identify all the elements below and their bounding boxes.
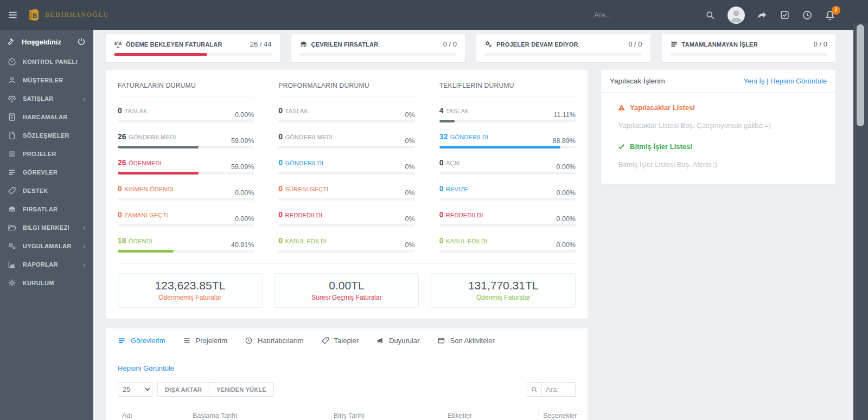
stat-card-tamamlanmayan-isler[interactable]: TAMAMLANMAYAN İŞLER 0 / 0 <box>662 34 836 62</box>
check-square-icon[interactable] <box>780 10 790 20</box>
view-all-tasks-link[interactable]: Hepsini Görüntüle <box>770 77 827 85</box>
sidebar-item-raporlar[interactable]: RAPORLAR ‹ <box>0 255 93 274</box>
hamburger-menu-icon[interactable] <box>0 10 25 20</box>
sidebar-item-bilgi-merkezi[interactable]: BILGI MERKEZI ‹ <box>0 218 93 237</box>
column-title: TEKLIFLERIN DURUMU <box>439 79 576 96</box>
check-icon <box>617 143 626 151</box>
expenses-document-icon <box>8 113 17 121</box>
export-button[interactable]: DIŞA AKTAR <box>157 382 209 397</box>
column-header-adi[interactable]: Adı <box>118 405 188 420</box>
logout-power-icon[interactable] <box>77 37 86 46</box>
clock-icon[interactable] <box>802 10 813 21</box>
todo-section-pending: Yapılacaklar Listesi <box>617 104 826 112</box>
tab-projelerim[interactable]: Projelerim <box>182 328 229 353</box>
brand-name: BEDİRHANOĞLU <box>45 11 109 19</box>
divider <box>118 263 576 264</box>
sidebar-item-projeler[interactable]: PROJELER <box>0 145 93 163</box>
sidebar-item-firsatlar[interactable]: FIRSATLAR <box>0 200 93 218</box>
status-row: 0 TASLAK0% <box>278 106 414 122</box>
column-header-secenekler[interactable]: Seçenekler <box>539 405 582 420</box>
status-row: 0 KISMEN ÖDENDI0.00% <box>118 184 254 201</box>
todo-section-done: Bitmiş İşler Listesi <box>617 143 826 151</box>
reload-button[interactable]: YENIDEN YÜKLE <box>209 382 274 397</box>
status-row: 0 SÜRESI GEÇTI0% <box>278 184 414 201</box>
tab-duyurular[interactable]: Duyurular <box>375 328 420 353</box>
knowledge-folder-icon <box>8 223 17 232</box>
sidebar-item-satislar[interactable]: SATIŞLAR ‹ <box>0 89 93 108</box>
global-search-input[interactable] <box>594 11 697 19</box>
status-row: 0 GÖNDERILDI0% <box>278 158 414 175</box>
svg-text:B: B <box>32 11 37 20</box>
stat-card-projeler-devam-ediyor[interactable]: PROJELER DEVAM EDIYOR 0 / 0 <box>476 34 650 62</box>
sidebar-item-uygulamalar[interactable]: UYGULAMALAR ‹ <box>0 237 93 255</box>
status-board-card: FATURALARIN DURUMU 0 TASLAK0.00% 26 GÖND… <box>106 70 588 319</box>
contracts-file-icon <box>8 131 17 140</box>
new-task-link[interactable]: Yeni İş <box>744 77 765 85</box>
tab-gorevlerim[interactable]: Görevlerim <box>117 328 167 353</box>
status-row: 0 GÖNDERILMEDI0% <box>278 132 414 148</box>
topbar-icons: 7 <box>705 7 835 24</box>
column-header-bitis-tarihi[interactable]: Bitiş Tarihi <box>329 405 443 420</box>
stat-value: 0 / 0 <box>814 40 827 48</box>
column-tekliflerin-durumu: TEKLIFLERIN DURUMU 4 TASLAK11.11% 32 GÖN… <box>439 79 576 253</box>
sidebar-item-kontrol-paneli[interactable]: KONTROL PANELI <box>0 53 93 71</box>
sidebar-item-kurulum[interactable]: KURULUM <box>0 274 93 292</box>
todo-title: Yapılacak İşlerim <box>610 77 665 85</box>
tabs-bar: Görevlerim Projelerim Hatırlatıcılarım T… <box>106 328 588 353</box>
status-row: 0 REVIZE0.00% <box>439 184 576 201</box>
table-controls: 25 DIŞA AKTARYENIDEN YÜKLE <box>118 382 576 397</box>
tab-hatirlaticilarim[interactable]: Hatırlatıcılarım <box>244 328 305 353</box>
clock-icon <box>245 337 253 345</box>
status-row: 0 TASLAK0.00% <box>118 106 254 122</box>
apps-gears-icon <box>8 242 17 250</box>
search-icon[interactable] <box>705 10 716 21</box>
table-search-input[interactable] <box>542 382 576 397</box>
tab-son-aktiviteler[interactable]: Son Aktiviteler <box>436 328 496 353</box>
tab-talepler[interactable]: Talepler <box>320 328 360 353</box>
setup-gear-icon <box>8 279 17 287</box>
opportunities-dome-icon <box>299 40 308 48</box>
welcome-label: Hoşgeldiniz <box>22 38 77 46</box>
summary-odenmemis-faturalar: 123,623.85TL Ödenmemiş Faturalar <box>118 273 263 308</box>
ticket-icon <box>321 337 329 345</box>
view-all-link[interactable]: Hepsini Görüntüle <box>118 364 174 372</box>
sidebar-item-harcamalar[interactable]: HARCAMALAR <box>0 108 93 126</box>
status-row: 0 ZAMANI GEÇTI0.00% <box>118 210 254 227</box>
todo-pending-empty-text: Yapılacaklar Listesi Boş. Çalışmıyorsun … <box>618 121 826 130</box>
brand-logo[interactable]: B BEDİRHANOĞLU <box>27 8 109 22</box>
progress-bar <box>299 53 457 56</box>
search-icon[interactable] <box>527 382 542 397</box>
column-header-etiketler[interactable]: Etiketler <box>443 405 539 420</box>
sidebar-item-sozlesmeler[interactable]: SÖZLEŞMELER <box>0 126 93 145</box>
page-size-select[interactable]: 25 <box>118 382 152 397</box>
reports-chart-icon <box>8 260 17 269</box>
warning-triangle-icon <box>617 104 626 112</box>
status-row: 0 AÇIK0.00% <box>439 158 576 175</box>
stat-cards-row: ÖDEME BEKLEYEN FATURALAR 26 / 44 ÇEVRILE… <box>106 34 835 62</box>
share-icon[interactable] <box>757 10 768 21</box>
status-row: 26 GÖNDERILMEDI59.09% <box>118 132 254 148</box>
todo-panel: Yapılacak İşlerim Yeni İş | Hepsini Görü… <box>601 70 835 184</box>
user-avatar[interactable] <box>727 7 745 24</box>
sales-scales-icon <box>8 94 17 103</box>
scrollbar-thumb[interactable] <box>857 24 864 126</box>
dashboard-icon <box>8 57 17 66</box>
stat-card-cevrilen-firsatlar[interactable]: ÇEVRILEN FIRSATLAR 0 / 0 <box>291 34 465 62</box>
stat-value: 26 / 44 <box>250 40 272 48</box>
column-header-baslama-tarihi[interactable]: Başlama Tarihi <box>188 405 329 420</box>
stat-card-odeme-bekleyen-faturalar[interactable]: ÖDEME BEKLEYEN FATURALAR 26 / 44 <box>106 34 280 62</box>
scrollbar-track[interactable] <box>853 23 868 420</box>
sidebar-item-musteriler[interactable]: MÜŞTERILER <box>0 71 93 89</box>
notifications-bell-icon[interactable]: 7 <box>825 10 835 21</box>
opportunities-dome-icon <box>8 205 17 214</box>
tasks-list-icon <box>118 337 126 345</box>
chevron-left-icon: ‹ <box>83 243 86 249</box>
sidebar-item-gorevler[interactable]: GÖREVLER <box>0 163 93 182</box>
gears-icon <box>484 40 493 48</box>
scales-icon <box>114 40 122 48</box>
status-row: 0 REDDEDILDI0% <box>278 210 414 227</box>
sidebar-item-destek[interactable]: DESTEK <box>0 182 93 200</box>
todo-done-empty-text: Bitmiş İşler Listesi Boş. Aferin ;) <box>618 160 826 169</box>
megaphone-icon <box>376 337 384 345</box>
app-root: B BEDİRHANOĞLU 7 <box>0 0 868 420</box>
